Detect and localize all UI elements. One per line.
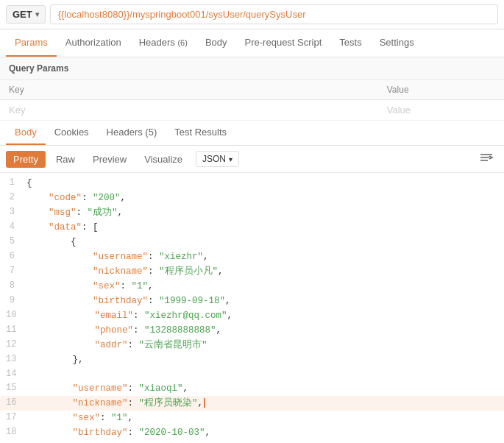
json-line: 18 "birthday": "2020-10-03", — [0, 425, 504, 440]
line-content: "nickname": "程序员晓染", — [28, 396, 498, 411]
chevron-down-icon: ▾ — [35, 10, 39, 18]
line-content: "username": "xiaoqi", — [28, 381, 498, 396]
col-key-header: Key — [0, 80, 378, 100]
json-format-select[interactable]: JSON ▾ — [196, 151, 239, 167]
json-line: 3 "msg": "成功", — [0, 205, 504, 220]
tab-headers[interactable]: Headers (6) — [130, 29, 196, 57]
json-line: 9 "birthday": "1999-09-18", — [0, 294, 504, 308]
table-row: Key Value — [0, 100, 504, 121]
json-line: 5 { — [0, 235, 504, 249]
text-cursor — [204, 398, 205, 408]
line-number: 14 — [6, 367, 28, 381]
json-line: 12 "addr": "云南省昆明市" — [0, 338, 504, 352]
json-line: 2 "code": "200", — [0, 191, 504, 205]
tab-authorization[interactable]: Authorization — [57, 29, 130, 57]
line-number: 11 — [6, 323, 28, 337]
params-table: Key Value Key Value — [0, 80, 504, 121]
line-content: "nickname": "程序员小凡", — [26, 264, 498, 279]
line-content: "birthday": "2020-10-03", — [28, 425, 498, 440]
json-line: 16 "nickname": "程序员晓染", — [0, 396, 504, 411]
col-value-header: Value — [378, 80, 504, 100]
json-line: 8 "sex": "1", — [0, 279, 504, 294]
line-number: 7 — [6, 264, 26, 278]
line-content: "sex": "1", — [26, 279, 498, 294]
resp-tab-test-results[interactable]: Test Results — [166, 121, 235, 145]
line-number: 1 — [6, 176, 26, 190]
line-content: "data": [ — [26, 220, 498, 235]
line-number: 3 — [6, 205, 26, 219]
line-content: "phone": "13288888888", — [28, 323, 498, 338]
json-line: 15 "username": "xiaoqi", — [0, 381, 504, 396]
method-label: GET — [13, 9, 32, 20]
line-number: 6 — [6, 249, 26, 263]
tab-pre-request-script[interactable]: Pre-request Script — [236, 29, 331, 57]
tab-body[interactable]: Body — [196, 29, 236, 57]
response-tabs: Body Cookies Headers (5) Test Results — [0, 121, 504, 146]
line-number: 18 — [6, 425, 28, 439]
query-params-header: Query Params — [0, 57, 504, 80]
url-bar: GET ▾ — [0, 0, 504, 29]
line-number: 2 — [6, 191, 26, 205]
line-number: 15 — [6, 381, 28, 395]
value-cell[interactable]: Value — [378, 100, 504, 121]
json-line: 6 "username": "xiezhr", — [0, 249, 504, 264]
line-content: "code": "200", — [26, 191, 498, 205]
line-number: 16 — [6, 396, 28, 410]
line-number: 8 — [6, 279, 26, 293]
tab-params[interactable]: Params — [6, 29, 57, 57]
line-content: "addr": "云南省昆明市" — [28, 338, 498, 352]
fmt-btn-preview[interactable]: Preview — [85, 151, 134, 168]
line-number: 13 — [6, 352, 28, 366]
line-content: { — [26, 176, 498, 191]
json-line: 17 "sex": "1", — [0, 411, 504, 425]
line-number: 12 — [6, 338, 28, 352]
fmt-btn-visualize[interactable]: Visualize — [137, 151, 190, 168]
line-number: 9 — [6, 294, 26, 308]
tab-settings[interactable]: Settings — [371, 29, 423, 57]
line-number: 17 — [6, 411, 28, 425]
json-line: 4 "data": [ — [0, 220, 504, 235]
chevron-down-icon: ▾ — [229, 155, 233, 163]
resp-tab-cookies[interactable]: Cookies — [46, 121, 98, 145]
resp-tab-headers[interactable]: Headers (5) — [98, 121, 166, 145]
line-content: }, — [28, 352, 498, 367]
line-content: "msg": "成功", — [26, 205, 498, 220]
line-content: { — [26, 235, 498, 249]
method-select[interactable]: GET ▾ — [6, 5, 46, 24]
json-body: 1{2 "code": "200",3 "msg": "成功",4 "data"… — [0, 173, 504, 443]
json-line: 10 "email": "xiezhr@qq.com", — [0, 308, 504, 323]
key-cell[interactable]: Key — [0, 100, 378, 121]
json-line: 14 — [0, 367, 504, 381]
fmt-btn-raw[interactable]: Raw — [49, 151, 82, 168]
url-input[interactable] — [50, 4, 498, 24]
request-tabs: Params Authorization Headers (6) Body Pr… — [0, 29, 504, 57]
line-number: 10 — [6, 308, 28, 322]
json-line: 13 }, — [0, 352, 504, 367]
json-line: 1{ — [0, 176, 504, 191]
line-content: "email": "xiezhr@qq.com", — [28, 308, 498, 323]
json-line: 11 "phone": "13288888888", — [0, 323, 504, 338]
line-number: 4 — [6, 220, 26, 234]
fmt-btn-pretty[interactable]: Pretty — [6, 151, 46, 168]
resp-tab-body[interactable]: Body — [6, 121, 46, 145]
line-content: "username": "xiezhr", — [26, 249, 498, 264]
line-content: "birthday": "1999-09-18", — [26, 294, 498, 308]
json-line: 7 "nickname": "程序员小凡", — [0, 264, 504, 279]
line-number: 5 — [6, 235, 26, 249]
tab-tests[interactable]: Tests — [330, 29, 370, 57]
line-content: "sex": "1", — [28, 411, 498, 425]
format-bar: Pretty Raw Preview Visualize JSON ▾ — [0, 146, 504, 173]
wrap-icon[interactable] — [475, 150, 498, 168]
